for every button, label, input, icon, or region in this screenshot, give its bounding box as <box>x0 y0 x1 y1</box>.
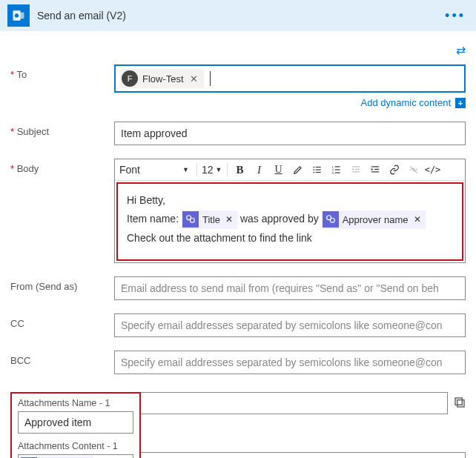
avatar: F <box>122 70 138 87</box>
card-title: Send an email (V2) <box>37 10 126 21</box>
body-line: Hi Betty, <box>127 191 453 210</box>
label-cc: CC <box>10 313 114 337</box>
svg-rect-10 <box>334 166 340 167</box>
recipient-chip[interactable]: F Flow-Test ✕ <box>120 69 204 88</box>
subject-input[interactable]: Item approved <box>114 122 466 145</box>
label-subject: Subject <box>10 122 114 145</box>
indent-button[interactable] <box>367 162 383 178</box>
svg-rect-21 <box>371 171 379 172</box>
link-button[interactable] <box>386 162 403 178</box>
plus-icon: + <box>455 98 466 108</box>
svg-text:3: 3 <box>331 171 334 175</box>
svg-rect-14 <box>334 173 340 173</box>
svg-point-27 <box>330 219 334 223</box>
numbered-list-button[interactable]: 123 <box>328 162 345 178</box>
body-line: Check out the attachment to find the lin… <box>127 229 453 248</box>
italic-button[interactable]: I <box>251 162 268 178</box>
more-menu-icon[interactable]: ••• <box>445 8 466 24</box>
bcc-input[interactable]: Specify email addresses separated by sem… <box>114 351 466 374</box>
bulleted-list-button[interactable] <box>309 162 325 178</box>
action-card: Send an email (V2) ••• ⇄ To F Flow-Test … <box>0 0 476 458</box>
attachments-section: Attachments Name - 1 Approved item Attac… <box>10 392 141 458</box>
to-field[interactable]: F Flow-Test ✕ <box>114 64 466 93</box>
sharepoint-token-icon <box>182 211 199 228</box>
rich-editor: Font▼ 12▼ B I U <box>114 159 466 263</box>
add-dynamic-content-link[interactable]: Add dynamic content + <box>114 97 466 108</box>
outlook-icon <box>7 4 30 27</box>
from-input[interactable]: Email address to send mail from (require… <box>114 276 466 300</box>
svg-rect-6 <box>315 169 320 170</box>
label-from: From (Send as) <box>10 276 114 300</box>
svg-rect-31 <box>457 400 464 407</box>
label-bcc: BCC <box>10 351 114 374</box>
highlight-button[interactable] <box>290 162 306 178</box>
card-header: Send an email (V2) ••• <box>0 0 476 31</box>
unlink-button[interactable] <box>406 162 422 178</box>
svg-rect-4 <box>315 167 320 167</box>
remove-token-icon[interactable]: ✕ <box>224 212 233 228</box>
remove-token-icon[interactable]: ✕ <box>412 212 421 228</box>
svg-rect-15 <box>351 166 360 167</box>
attachment-content-input[interactable]: Item link ✕ <box>18 454 133 458</box>
attachment-name-extra[interactable] <box>141 392 448 414</box>
array-toggle-icon[interactable] <box>454 396 466 411</box>
svg-rect-17 <box>351 171 360 172</box>
swap-arrows-icon[interactable]: ⇄ <box>456 43 466 57</box>
cc-input[interactable]: Specify email addresses separated by sem… <box>114 313 466 337</box>
svg-rect-12 <box>334 169 340 170</box>
underline-button[interactable]: U <box>271 162 287 178</box>
svg-marker-18 <box>351 168 353 171</box>
outdent-button[interactable] <box>348 162 364 178</box>
card-body: ⇄ To F Flow-Test ✕ Add dynamic content + <box>0 31 476 458</box>
svg-point-2 <box>15 13 19 18</box>
svg-rect-20 <box>374 169 378 170</box>
body-line: Item name: Title ✕ was approved by <box>127 210 453 229</box>
svg-point-7 <box>313 172 314 173</box>
dynamic-token-title[interactable]: Title ✕ <box>182 210 237 229</box>
font-size-select[interactable]: 12▼ <box>202 162 222 177</box>
svg-rect-30 <box>455 398 462 405</box>
svg-rect-19 <box>371 166 379 167</box>
svg-point-25 <box>190 219 194 223</box>
attachment-content-extra[interactable] <box>141 452 466 458</box>
svg-point-3 <box>313 167 314 168</box>
svg-marker-22 <box>371 168 372 171</box>
dynamic-token-approver[interactable]: Approver name ✕ <box>322 210 426 229</box>
label-body: Body <box>10 159 114 263</box>
sharepoint-token-icon <box>323 211 339 228</box>
attachment-name-input[interactable]: Approved item <box>18 411 133 434</box>
font-select[interactable]: Font▼ <box>119 162 192 177</box>
editor-toolbar: Font▼ 12▼ B I U <box>115 159 465 181</box>
editor-content[interactable]: Hi Betty, Item name: Title ✕ was approve… <box>116 182 463 261</box>
recipient-name: Flow-Test <box>142 73 184 84</box>
text-cursor <box>210 71 211 86</box>
svg-point-5 <box>313 169 314 170</box>
remove-chip-icon[interactable]: ✕ <box>188 73 199 84</box>
label-attach-content: Attachments Content - 1 <box>18 441 133 451</box>
svg-rect-16 <box>354 169 359 170</box>
code-view-button[interactable]: </> <box>425 162 441 178</box>
svg-rect-8 <box>315 172 320 173</box>
label-to: To <box>10 64 114 108</box>
label-attach-name: Attachments Name - 1 <box>18 398 133 408</box>
bold-button[interactable]: B <box>232 162 248 178</box>
